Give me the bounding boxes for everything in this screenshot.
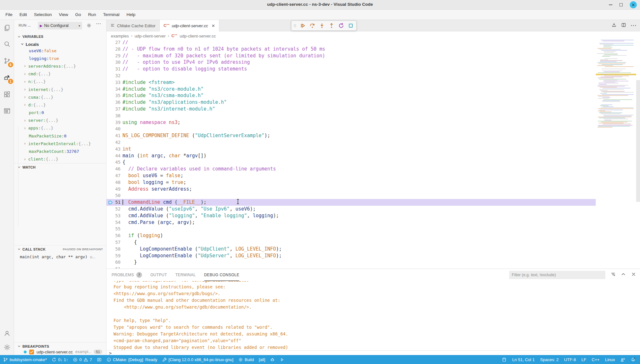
status-feedback-icon[interactable] xyxy=(620,357,625,362)
code-line-32[interactable]: 32 xyxy=(106,72,596,79)
code-line-42[interactable]: 42 xyxy=(106,139,596,146)
variable-internet[interactable]: ›internet: {...} xyxy=(14,86,106,93)
line-number[interactable]: 33 xyxy=(106,79,121,86)
breadcrumb-examples[interactable]: examples xyxy=(111,34,129,38)
code-line-46[interactable]: 46 // Declare variables used in command-… xyxy=(106,166,596,172)
line-number[interactable]: 55 xyxy=(106,226,121,232)
activity-source-control-icon[interactable]: 6 xyxy=(0,54,14,68)
line-number[interactable]: 49 xyxy=(106,186,121,193)
status-c[interactable]: C++ xyxy=(592,357,600,362)
status-debugalt-icon[interactable] xyxy=(97,357,102,362)
code-line-35[interactable]: 35#include "ns3/csma-module.h" xyxy=(106,92,596,99)
line-number[interactable]: 40 xyxy=(106,126,121,132)
line-number[interactable]: 30 xyxy=(106,59,121,66)
code-line-53[interactable]: 53 cmd.AddValue ("logging", "Enable logg… xyxy=(106,212,596,219)
code-line-36[interactable]: 36#include "ns3/applications-module.h" xyxy=(106,99,596,106)
stack-frame-main[interactable]: main(int argc, char ** argv) u... xyxy=(20,253,96,261)
line-number[interactable]: 32 xyxy=(106,72,121,79)
panel-tab-problems[interactable]: PROBLEMS7 xyxy=(112,269,142,281)
line-number[interactable]: 58 xyxy=(106,246,121,252)
line-number[interactable]: 39 xyxy=(106,119,121,126)
variable-logging[interactable]: logging: true xyxy=(14,54,106,62)
breadcrumb-file[interactable]: udp-client-server.cc xyxy=(180,34,216,38)
activity-run-debug-icon[interactable]: 1 xyxy=(0,70,14,85)
variable-interpacketinterval[interactable]: ›interPacketInterval: {...} xyxy=(14,140,106,147)
maximize-panel-icon[interactable] xyxy=(621,272,626,278)
line-number[interactable]: 38 xyxy=(106,112,121,119)
debug-console-input[interactable] xyxy=(112,351,640,355)
activity-account-icon[interactable] xyxy=(0,326,14,340)
status-0-1[interactable]: 0↓ 1↑ xyxy=(52,357,68,362)
line-number[interactable]: 59 xyxy=(106,252,121,259)
line-number[interactable]: 31 xyxy=(106,66,121,72)
more-actions-icon[interactable]: ··· xyxy=(96,21,101,26)
code-line-58[interactable]: 58 LogComponentEnable ("UdpClient", LOG_… xyxy=(106,246,596,252)
status-build[interactable]: Build xyxy=(238,357,254,362)
drag-handle-icon[interactable] xyxy=(293,23,297,28)
line-number[interactable]: 34 xyxy=(106,86,121,93)
status-all[interactable]: [all] xyxy=(259,357,265,362)
console-filter-input[interactable] xyxy=(509,271,605,279)
panel-tab-debug-console[interactable]: DEBUG CONSOLE xyxy=(204,269,240,281)
panel-tab-terminal[interactable]: TERMINAL xyxy=(175,269,196,281)
code-line-51[interactable]: 51 CommandLine cmd (__FILE__); xyxy=(106,199,596,206)
variables-section-header[interactable]: VARIABLES xyxy=(14,33,106,40)
code-line-43[interactable]: 43int xyxy=(106,146,596,153)
variable-port[interactable]: port: 0 xyxy=(14,109,106,117)
step-into-button[interactable] xyxy=(317,21,326,30)
line-number[interactable]: 52 xyxy=(106,206,121,212)
restore-button[interactable] xyxy=(619,3,623,6)
menu-edit[interactable]: Edit xyxy=(16,11,30,18)
continue-button[interactable] xyxy=(298,21,307,30)
status-play-icon[interactable] xyxy=(280,357,284,362)
line-number[interactable]: 37 xyxy=(106,106,121,112)
line-number[interactable]: 45 xyxy=(106,159,121,166)
status-utf-8[interactable]: UTF-8 xyxy=(564,357,576,362)
menu-run[interactable]: Run xyxy=(85,11,100,18)
menu-view[interactable]: View xyxy=(55,11,72,18)
code-line-50[interactable]: 50 xyxy=(106,192,596,199)
line-number[interactable]: 35 xyxy=(106,92,121,99)
stop-button[interactable] xyxy=(346,21,355,30)
line-number[interactable]: 29 xyxy=(106,53,121,59)
line-number[interactable]: 56 xyxy=(106,232,121,239)
status-linux[interactable]: Linux xyxy=(605,357,615,362)
panel-tab-output[interactable]: OUTPUT xyxy=(150,269,167,281)
variable-server[interactable]: ›server: {...} xyxy=(14,117,106,124)
variable-client[interactable]: ›client: {...} xyxy=(14,155,106,163)
line-number[interactable]: 50 xyxy=(106,192,121,199)
code-line-39[interactable]: 39using namespace ns3; xyxy=(106,119,596,126)
menu-help[interactable]: Help xyxy=(123,11,139,18)
restart-button[interactable] xyxy=(337,21,345,30)
code-line-34[interactable]: 34#include "ns3/core-module.h" xyxy=(106,86,596,93)
code-line-33[interactable]: 33#include <fstream> xyxy=(106,79,596,86)
code-line-59[interactable]: 59 LogComponentEnable ("UdpServer", LOG_… xyxy=(106,252,596,259)
code-line-48[interactable]: 48 bool logging = true; xyxy=(106,179,596,186)
close-panel-icon[interactable] xyxy=(631,272,636,278)
code-line-52[interactable]: 52 cmd.AddValue ("useIpv6", "Use Ipv6", … xyxy=(106,206,596,212)
call-stack-section-header[interactable]: CALL STACK PAUSED ON BREAKPOINT xyxy=(14,245,106,253)
code-line-55[interactable]: 55 xyxy=(106,226,596,232)
code-line-40[interactable]: 40 xyxy=(106,126,596,132)
status-bug-icon[interactable] xyxy=(270,357,275,362)
code-line-31[interactable]: 31// - option to disable logging stateme… xyxy=(106,66,596,72)
code-line-29[interactable]: 29// - maximum of 320 packets sent (or l… xyxy=(106,53,596,59)
line-number[interactable]: 46 xyxy=(106,166,121,172)
variable-maxpacketsize[interactable]: MaxPacketSize: 0 xyxy=(14,132,106,140)
watch-section-header[interactable]: WATCH xyxy=(14,163,106,171)
activity-search-icon[interactable] xyxy=(0,37,14,51)
breakpoint-checkbox[interactable] xyxy=(29,350,34,354)
code-line-28[interactable]: 28// - UDP flow from n0 to n1 of 1024 by… xyxy=(106,46,596,53)
minimap[interactable] xyxy=(596,39,636,128)
tab-cmake-cache-editor[interactable]: CMake Cache Editor xyxy=(106,20,160,31)
line-number[interactable]: 41 xyxy=(106,132,121,139)
status-spaces-2[interactable]: Spaces: 2 xyxy=(540,357,559,362)
status-lf[interactable]: LF xyxy=(581,357,586,362)
code-line-49[interactable]: 49 Address serverAddress; xyxy=(106,186,596,193)
variable-serveraddress[interactable]: ›serverAddress: {...} xyxy=(14,62,106,70)
code-line-38[interactable]: 38 xyxy=(106,112,596,119)
status-buildsystem-cmake[interactable]: buildsystem-cmake* xyxy=(3,357,47,362)
variable-usev6[interactable]: useV6: false xyxy=(14,47,106,54)
debug-configuration-dropdown[interactable]: ▶ No Configural ▾ xyxy=(38,22,82,29)
editor-scrollbar[interactable] xyxy=(636,80,640,202)
